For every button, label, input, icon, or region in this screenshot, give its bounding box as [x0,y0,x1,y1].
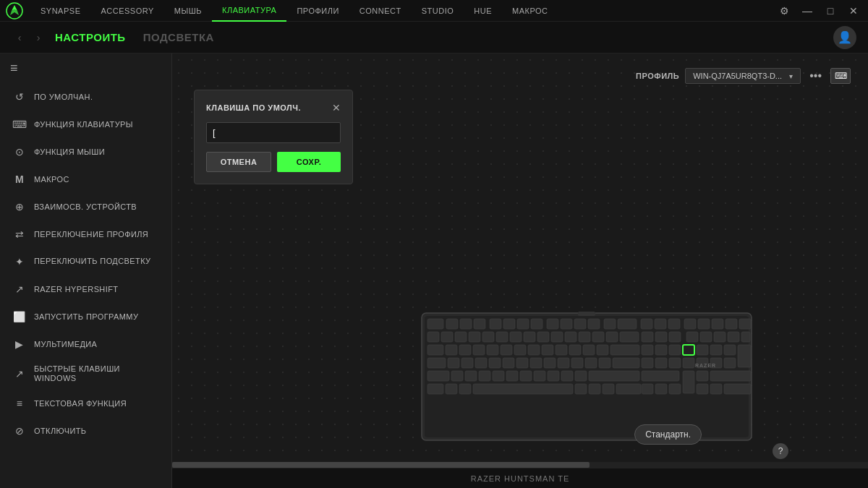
settings-icon[interactable]: ⚙ [775,2,793,20]
standard-button[interactable]: Стандартн. [634,424,702,445]
svg-rect-119 [697,384,708,394]
svg-rect-27 [455,332,467,342]
sidebar-item-run-program[interactable]: ⬜ ЗАПУСТИТЬ ПРОГРАММУ [0,303,171,330]
dialog-title-bar: КЛАВИША ПО УМОЛЧ. ✕ [206,102,341,114]
keyboard-image: RAZER [420,312,753,442]
sidebar-item-label: ФУНКЦИЯ КЛАВИАТУРЫ [34,120,133,129]
svg-rect-76 [516,358,528,368]
svg-rect-81 [585,358,597,368]
profile-device-icon[interactable]: ⌨ [830,68,851,84]
close-icon[interactable]: ✕ [845,2,862,20]
sidebar-item-devices[interactable]: ⊕ ВЗАИМОСВ. УСТРОЙСТВ [0,193,171,221]
profile-label: ПРОФИЛЬ [636,72,679,80]
nav-keyboard[interactable]: КЛАВИАТУРА [212,0,286,22]
svg-rect-110 [459,384,471,394]
nav-mouse[interactable]: МЫШЬ [164,0,212,22]
sidebar-item-label: БЫСТРЫЕ КЛАВИШИ WINDOWS [34,364,161,383]
nav-synapse[interactable]: SYNAPSE [30,0,90,22]
profile-dropdown[interactable]: WIN-QJ7A5UR8QT3-D... ▾ [685,68,801,84]
svg-rect-73 [475,358,487,368]
svg-rect-111 [473,384,573,394]
sub-header: ‹ › НАСТРОИТЬ ПОДСВЕТКА 👤 [0,22,868,53]
svg-rect-69 [738,345,751,367]
svg-rect-64 [669,345,681,355]
svg-rect-77 [530,358,542,368]
back-button[interactable]: ‹ [12,30,27,46]
svg-rect-105 [683,371,694,393]
sidebar-item-backlight-toggle[interactable]: ✦ ПЕРЕКЛЮЧИТЬ ПОДСВЕТКУ [0,248,171,275]
sidebar-item-text-func[interactable]: ≡ ТЕКСТОВАЯ ФУНКЦИЯ [0,390,171,417]
svg-rect-52 [487,345,498,355]
profile-dropdown-text: WIN-QJ7A5UR8QT3-D... [693,72,785,80]
sidebar-item-win-shortcuts[interactable]: ↗ БЫСТРЫЕ КЛАВИШИ WINDOWS [0,358,171,390]
svg-rect-103 [589,371,639,381]
svg-rect-112 [575,384,587,394]
svg-rect-21 [698,319,710,329]
svg-rect-3 [427,319,443,329]
svg-rect-118 [669,384,681,394]
nav-connect[interactable]: CONNECT [349,0,412,22]
sidebar-item-macro[interactable]: M МАКРОС [0,166,171,193]
svg-rect-23 [726,319,737,329]
sidebar-item-profile-switch[interactable]: ⇄ ПЕРЕКЛЮЧЕНИЕ ПРОФИЛЯ [0,221,171,248]
dialog-close-button[interactable]: ✕ [332,102,341,114]
sidebar-item-default[interactable]: ↺ ПО УМОЛЧАН. [0,83,171,111]
nav-profiles[interactable]: ПРОФИЛИ [286,0,349,22]
key-input[interactable] [206,122,341,143]
svg-rect-4 [446,319,458,329]
maximize-icon[interactable]: □ [822,2,839,20]
sidebar-item-label: ЗАПУСТИТЬ ПРОГРАММУ [34,312,138,321]
svg-rect-116 [642,384,653,394]
nav-studio[interactable]: STUDIO [412,0,464,22]
svg-rect-62 [642,345,653,355]
horizontal-scrollbar[interactable] [172,462,868,468]
svg-rect-78 [544,358,556,368]
sidebar-item-label: МАКРОС [34,175,69,184]
svg-rect-85 [655,358,667,368]
svg-rect-98 [520,371,532,381]
svg-rect-44 [700,332,712,342]
svg-rect-60 [597,345,608,355]
sidebar-item-keyboard-func[interactable]: ⌨ ФУНКЦИЯ КЛАВИАТУРЫ [0,111,171,138]
sidebar-item-label: RAZER HYPERSHIFT [34,285,118,294]
forward-button[interactable]: › [30,30,46,46]
sidebar-item-mouse-func[interactable]: ⊙ ФУНКЦИЯ МЫШИ [0,138,171,166]
svg-rect-35 [565,332,576,342]
svg-rect-41 [655,332,667,342]
sidebar-menu-icon[interactable]: ≡ [0,53,171,83]
svg-rect-34 [551,332,563,342]
tab-configure[interactable]: НАСТРОИТЬ [55,28,126,46]
profile-more-button[interactable]: ••• [807,68,825,84]
svg-rect-75 [503,358,514,368]
save-button[interactable]: СОХР. [277,152,341,172]
key-default-dialog: КЛАВИША ПО УМОЛЧ. ✕ ОТМЕНА СОХР. [194,90,353,184]
sidebar-item-multimedia[interactable]: ▶ МУЛЬТИМЕДИА [0,330,171,358]
svg-rect-16 [618,319,637,329]
nav-hue[interactable]: HUE [464,0,502,22]
sidebar-item-label: ОТКЛЮЧИТЬ [34,427,86,435]
nav-items: SYNAPSE ACCESSORY МЫШЬ КЛАВИАТУРА ПРОФИЛ… [30,0,775,22]
svg-rect-87 [683,358,694,368]
backlight-toggle-icon: ✦ [12,254,27,269]
minimize-icon[interactable]: — [799,2,816,20]
sidebar-item-hypershift[interactable]: ↗ RAZER HYPERSHIFT [0,275,171,303]
scrollbar-thumb[interactable] [172,462,590,468]
svg-rect-53 [501,345,512,355]
svg-rect-18 [655,319,666,329]
avatar[interactable]: 👤 [833,26,856,49]
svg-rect-63 [655,345,667,355]
svg-rect-70 [427,358,446,368]
svg-rect-84 [642,358,653,368]
svg-rect-15 [604,319,616,329]
svg-rect-72 [461,358,473,368]
cancel-button[interactable]: ОТМЕНА [206,152,271,172]
svg-rect-7 [490,319,501,329]
sidebar-item-disable[interactable]: ⊘ ОТКЛЮЧИТЬ [0,417,171,445]
nav-macros[interactable]: МАКРОС [502,0,558,22]
svg-rect-115 [616,384,641,394]
nav-accessory[interactable]: ACCESSORY [90,0,163,22]
dialog-buttons: ОТМЕНА СОХР. [206,152,341,172]
help-button[interactable]: ? [773,443,788,459]
svg-rect-94 [465,371,477,381]
tab-backlight[interactable]: ПОДСВЕТКА [143,28,214,46]
